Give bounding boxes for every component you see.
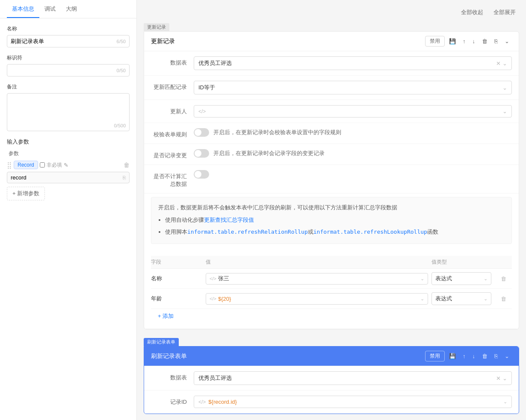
expand-all-button[interactable]: 全部展开 — [490, 7, 519, 18]
remark-input-wrapper[interactable]: 0/500 — [7, 93, 130, 131]
identifier-input-wrapper[interactable]: 0/50 — [7, 64, 130, 76]
step1-info-intro: 开启后，数据更新后将不会触发本表中汇总字段的刷新，可以使用以下方法重新计算汇总字… — [158, 204, 397, 211]
step2-actions: 禁用 💾 ↑ ↓ 🗑 ⎘ ⌄ — [425, 351, 512, 361]
step1-field1-delete-icon[interactable]: 🗑 — [495, 276, 512, 282]
step2-card: 刷新记录表单 禁用 💾 ↑ ↓ 🗑 ⎘ ⌄ 数据表 优秀员工评选 — [144, 346, 519, 414]
step1-log-desc: 开启后，在更新记录时会记录字段的变更记录 — [213, 150, 325, 157]
step1-validate-row: 校验表单规则 开启后，在更新记录时会校验表单设置中的字段规则 — [144, 123, 519, 144]
step2-disable-button[interactable]: 禁用 — [425, 351, 445, 361]
tab-outline[interactable]: 大纲 — [61, 0, 82, 18]
step1-info-item2: 使用脚本informat.table.refreshRelationRollup… — [165, 227, 505, 237]
identifier-input[interactable] — [11, 67, 117, 73]
identifier-label: 标识符 — [7, 54, 130, 62]
step1-norollup-toggle[interactable] — [194, 170, 209, 179]
step1-tag-label: 更新记录 — [144, 23, 169, 31]
tab-debug[interactable]: 调试 — [39, 0, 61, 18]
step1-updater-content: </> ⌄ — [194, 105, 512, 117]
step2-data-table-row: 数据表 优秀员工评选 ✕ ⌄ — [144, 366, 519, 391]
step2-tag-label: 刷新记录表单 — [144, 338, 179, 346]
step1-field2-delete-icon[interactable]: 🗑 — [495, 296, 512, 302]
collapse-all-button[interactable]: 全部收起 — [458, 7, 487, 18]
step2-down-icon[interactable]: ↓ — [470, 351, 478, 361]
step1-disable-button[interactable]: 禁用 — [425, 36, 445, 47]
step1-container: 更新记录 更新记录 禁用 💾 ↑ ↓ 🗑 ⎘ ⌄ 数据表 — [144, 23, 519, 329]
step2-clear-icon[interactable]: ✕ — [496, 375, 501, 382]
step1-save-icon[interactable]: 💾 — [446, 36, 458, 46]
param-optional: 非必填 — [40, 162, 62, 169]
step1-field1-value-input[interactable]: </> ⌄ — [206, 273, 428, 285]
step1-match-dropdown-icon[interactable]: ⌄ — [502, 85, 507, 91]
step1-field-col-field: 字段 — [151, 258, 202, 266]
step1-match-select[interactable]: ID等于 ⌄ — [194, 81, 512, 94]
step1-copy-icon[interactable]: ⎘ — [492, 36, 500, 46]
step2-expand-icon[interactable]: ⌄ — [502, 351, 512, 361]
name-input-wrapper[interactable]: 6/50 — [7, 35, 130, 47]
step2-data-table-select[interactable]: 优秀员工评选 ✕ ⌄ — [194, 371, 512, 385]
step1-updater-dropdown-icon[interactable]: ⌄ — [502, 108, 507, 115]
param-delete-icon[interactable]: 🗑 — [124, 162, 130, 168]
step1-field1-code-icon: </> — [210, 276, 216, 281]
step1-clear-icon[interactable]: ✕ — [496, 60, 501, 67]
step1-field2-type-select[interactable]: 表达式 ⌄ — [431, 292, 491, 305]
name-label: 名称 — [7, 25, 130, 32]
step2-data-table-actions: ✕ ⌄ — [496, 375, 507, 382]
step1-field2-type-dropdown[interactable]: ⌄ — [484, 296, 488, 302]
step2-record-id-label: 记录ID — [151, 396, 194, 406]
step1-updater-label: 更新人 — [151, 105, 194, 115]
step2-delete-icon[interactable]: 🗑 — [479, 351, 490, 361]
step1-field2-value-input[interactable]: </> ⌄ — [206, 293, 428, 305]
params-sub-label: 参数 — [7, 150, 130, 157]
step1-up-icon[interactable]: ↑ — [460, 36, 468, 46]
step1-field2-value[interactable] — [218, 296, 420, 302]
top-actions: 全部收起 全部展开 — [144, 7, 519, 18]
step1-field2-dropdown-icon[interactable]: ⌄ — [420, 296, 424, 302]
step1-field1-type-dropdown[interactable]: ⌄ — [484, 276, 488, 282]
remark-label: 备注 — [7, 83, 130, 91]
step1-field1-value[interactable] — [218, 276, 420, 282]
step2-record-id-dropdown[interactable]: ⌄ — [503, 399, 507, 405]
step1-validate-content: 开启后，在更新记录时会校验表单设置中的字段规则 — [194, 128, 512, 137]
step1-dropdown-icon[interactable]: ⌄ — [502, 60, 507, 67]
step1-field2-name: 年龄 — [151, 295, 202, 303]
step2-up-icon[interactable]: ↑ — [460, 351, 468, 361]
step1-match-row: 更新匹配记录 ID等于 ⌄ — [144, 76, 519, 100]
name-input[interactable] — [11, 38, 117, 44]
step1-field2-code-icon: </> — [210, 296, 216, 301]
step1-title: 更新记录 — [151, 38, 425, 45]
step1-log-toggle[interactable] — [194, 149, 209, 158]
step1-field-row-1: 名称 </> ⌄ 表达式 ⌄ 🗑 — [151, 269, 512, 289]
step1-fieldvalues-row: 字段 值 值类型 名称 </> ⌄ 表达式 ⌄ — [144, 251, 519, 329]
step1-norollup-content — [194, 170, 512, 180]
step1-delete-icon[interactable]: 🗑 — [479, 36, 490, 46]
param-row: ⣿ Record 非必填 ✎ 🗑 — [7, 161, 130, 169]
step1-field1-type-select[interactable]: 表达式 ⌄ — [431, 272, 491, 285]
param-copy-icon[interactable]: ⎘ — [123, 175, 126, 181]
identifier-count: 0/50 — [117, 68, 126, 73]
step1-field1-dropdown-icon[interactable]: ⌄ — [420, 276, 424, 282]
step2-dropdown-icon[interactable]: ⌄ — [502, 375, 507, 382]
step2-record-id-content: </> ${record.id} ⌄ — [194, 396, 512, 408]
param-value-input[interactable] — [11, 174, 123, 181]
tab-basic[interactable]: 基本信息 — [7, 0, 39, 18]
right-panel: 全部收起 全部展开 更新记录 更新记录 禁用 💾 ↑ ↓ 🗑 ⎘ ⌄ — [137, 0, 526, 420]
step1-add-field-btn[interactable]: + 添加 — [151, 309, 180, 323]
step1-down-icon[interactable]: ↓ — [470, 36, 478, 46]
drag-handle-icon[interactable]: ⣿ — [7, 161, 12, 169]
step1-data-table-value: 优秀员工评选 — [198, 59, 232, 67]
step2-copy-icon[interactable]: ⎘ — [492, 351, 500, 361]
step1-info-box: 开启后，数据更新后将不会触发本表中汇总字段的刷新，可以使用以下方法重新计算汇总字… — [151, 197, 512, 244]
step1-data-table-select[interactable]: 优秀员工评选 ✕ ⌄ — [194, 56, 512, 70]
param-optional-checkbox[interactable] — [40, 162, 45, 167]
step1-info-code2: informat.table.refreshRelationRollup — [187, 229, 308, 235]
step2-code-icon: </> — [198, 399, 206, 405]
step1-updater-select[interactable]: </> ⌄ — [194, 105, 512, 117]
param-edit-icon[interactable]: ✎ — [64, 162, 68, 168]
add-param-button[interactable]: + 新增参数 — [7, 187, 45, 200]
step1-validate-toggle[interactable] — [194, 128, 209, 137]
remark-textarea[interactable] — [11, 96, 126, 122]
step2-save-icon[interactable]: 💾 — [446, 351, 458, 361]
step2-record-id-select[interactable]: </> ${record.id} ⌄ — [194, 396, 512, 408]
step1-tag: 更新记录 — [144, 23, 519, 31]
step1-norollup-row: 是否不计算汇总数据 — [144, 165, 519, 194]
step1-expand-icon[interactable]: ⌄ — [502, 36, 512, 46]
